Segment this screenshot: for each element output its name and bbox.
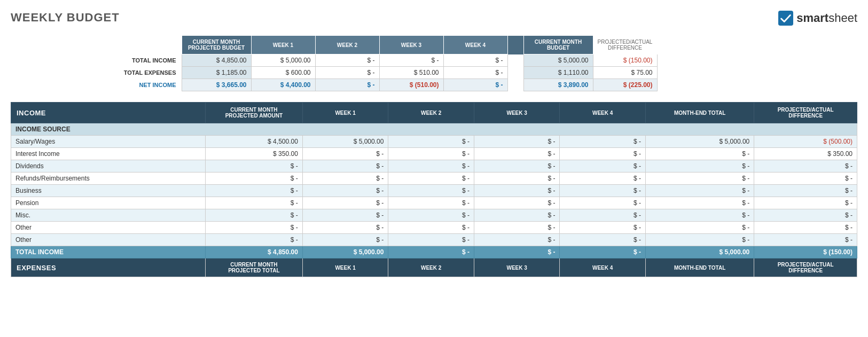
income-label-other1: Other [11, 222, 206, 234]
income-header-row: INCOME CURRENT MONTHPROJECTED AMOUNT WEE… [11, 103, 857, 123]
summary-net-w1: $ 4,400.00 [251, 79, 315, 91]
income-w4-interest: $ - [560, 148, 646, 160]
summary-net-w2: $ - [315, 79, 379, 91]
expenses-col-total: MONTH-END TOTAL [645, 258, 754, 277]
expenses-col-proj: CURRENT MONTHPROJECTED TOTAL [205, 258, 302, 277]
income-label-pension: Pension [11, 197, 206, 209]
income-label-salary: Salary/Wages [11, 136, 206, 148]
income-w2-refunds: $ - [388, 173, 474, 185]
income-section-header: INCOME [11, 103, 206, 123]
summary-net-income-row: NET INCOME $ 3,665.00 $ 4,400.00 $ - $ (… [107, 79, 657, 91]
logo-text: smartsheet [796, 11, 857, 25]
income-proj-business: $ - [205, 185, 302, 197]
income-total-w3: $ - [474, 246, 560, 258]
income-total-other2: $ - [645, 234, 754, 246]
summary-total-expenses-row: TOTAL EXPENSES $ 1,185.00 $ 600.00 $ - $… [107, 67, 657, 79]
income-col-w3: WEEK 3 [474, 103, 560, 123]
income-w3-pension: $ - [474, 197, 560, 209]
summary-expenses-w3: $ 510.00 [379, 67, 443, 79]
summary-income-w4: $ - [443, 54, 507, 67]
income-w4-pension: $ - [560, 197, 646, 209]
income-row-dividends: Dividends $ - $ - $ - $ - $ - $ - $ - [11, 160, 857, 173]
summary-net-w3: $ (510.00) [379, 79, 443, 91]
income-w2-other2: $ - [388, 234, 474, 246]
income-table: INCOME CURRENT MONTHPROJECTED AMOUNT WEE… [11, 102, 857, 277]
income-w4-business: $ - [560, 185, 646, 197]
income-proj-other2: $ - [205, 234, 302, 246]
summary-income-label: TOTAL INCOME [107, 54, 182, 67]
income-w2-other1: $ - [388, 222, 474, 234]
income-proj-pension: $ - [205, 197, 302, 209]
summary-expenses-w1: $ 600.00 [251, 67, 315, 79]
income-w1-other1: $ - [302, 222, 388, 234]
income-w3-other2: $ - [474, 234, 560, 246]
summary-income-budget: $ 5,000.00 [523, 54, 593, 67]
income-col-total: MONTH-END TOTAL [645, 103, 754, 123]
income-w2-interest: $ - [388, 148, 474, 160]
summary-income-w2: $ - [315, 54, 379, 67]
income-w3-refunds: $ - [474, 173, 560, 185]
expenses-col-w1: WEEK 1 [302, 258, 388, 277]
income-col-w2: WEEK 2 [388, 103, 474, 123]
income-w2-salary: $ - [388, 136, 474, 148]
income-proj-other1: $ - [205, 222, 302, 234]
income-label-refunds: Refunds/Reimbursements [11, 173, 206, 185]
summary-net-budget: $ 3,890.00 [523, 79, 593, 91]
income-w1-refunds: $ - [302, 173, 388, 185]
page: WEEKLY BUDGET smartsheet CURRENT MONTHPR… [0, 0, 868, 337]
income-w4-dividends: $ - [560, 160, 646, 173]
income-w1-misc: $ - [302, 209, 388, 222]
income-total-other1: $ - [645, 222, 754, 234]
income-total-proj: $ 4,850.00 [205, 246, 302, 258]
income-label-dividends: Dividends [11, 160, 206, 173]
income-proj-misc: $ - [205, 209, 302, 222]
income-w1-dividends: $ - [302, 160, 388, 173]
income-w4-misc: $ - [560, 209, 646, 222]
income-w3-business: $ - [474, 185, 560, 197]
income-row-other1: Other $ - $ - $ - $ - $ - $ - $ - [11, 222, 857, 234]
summary-net-label: NET INCOME [107, 79, 182, 91]
income-diff-interest: $ 350.00 [754, 148, 857, 160]
income-col-w1: WEEK 1 [302, 103, 388, 123]
income-row-interest: Interest Income $ 350.00 $ - $ - $ - $ -… [11, 148, 857, 160]
income-total-refunds: $ - [645, 173, 754, 185]
income-label-business: Business [11, 185, 206, 197]
summary-section: CURRENT MONTHPROJECTED BUDGET WEEK 1 WEE… [11, 35, 857, 91]
income-total-business: $ - [645, 185, 754, 197]
income-proj-salary: $ 4,500.00 [205, 136, 302, 148]
header: WEEKLY BUDGET smartsheet [11, 11, 857, 26]
income-total-interest: $ - [645, 148, 754, 160]
income-w4-other1: $ - [560, 222, 646, 234]
income-w4-refunds: $ - [560, 173, 646, 185]
income-total-label: TOTAL INCOME [11, 246, 206, 258]
summary-income-w1: $ 5,000.00 [251, 54, 315, 67]
income-col-proj: CURRENT MONTHPROJECTED AMOUNT [205, 103, 302, 123]
expenses-col-diff: PROJECTED/ACTUALDIFFERENCE [754, 258, 857, 277]
summary-income-proj: $ 4,850.00 [182, 54, 251, 67]
income-w1-salary: $ 5,000.00 [302, 136, 388, 148]
income-source-label: INCOME SOURCE [11, 123, 857, 136]
income-w2-dividends: $ - [388, 160, 474, 173]
income-diff-dividends: $ - [754, 160, 857, 173]
page-title: WEEKLY BUDGET [11, 11, 120, 25]
summary-net-w4: $ - [443, 79, 507, 91]
income-diff-misc: $ - [754, 209, 857, 222]
summary-net-diff: $ (225.00) [593, 79, 657, 91]
income-w4-other2: $ - [560, 234, 646, 246]
income-diff-other2: $ - [754, 234, 857, 246]
svg-rect-0 [778, 11, 793, 26]
income-diff-pension: $ - [754, 197, 857, 209]
summary-income-w3: $ - [379, 54, 443, 67]
income-total-w4: $ - [560, 246, 646, 258]
income-proj-dividends: $ - [205, 160, 302, 173]
income-diff-refunds: $ - [754, 173, 857, 185]
income-col-w4: WEEK 4 [560, 103, 646, 123]
income-total-dividends: $ - [645, 160, 754, 173]
income-w3-other1: $ - [474, 222, 560, 234]
income-row-salary: Salary/Wages $ 4,500.00 $ 5,000.00 $ - $… [11, 136, 857, 148]
summary-table: CURRENT MONTHPROJECTED BUDGET WEEK 1 WEE… [107, 35, 658, 91]
summary-expenses-proj: $ 1,185.00 [182, 67, 251, 79]
summary-expenses-budget: $ 1,110.00 [523, 67, 593, 79]
summary-income-diff: $ (150.00) [593, 54, 657, 67]
income-diff-salary: $ (500.00) [754, 136, 857, 148]
